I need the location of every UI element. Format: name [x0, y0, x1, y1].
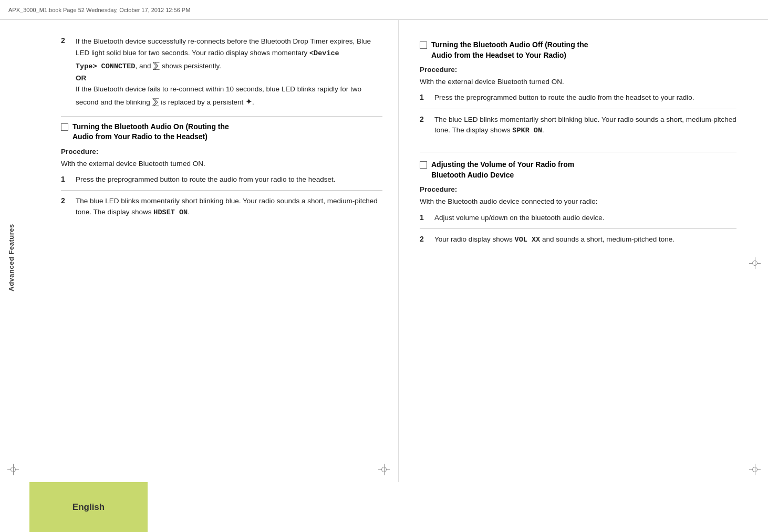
step-3-2: 2 Your radio display shows VOL XX and so… [420, 234, 736, 251]
top-item-2: 2 If the Bluetooth device successfully r… [61, 36, 382, 117]
procedure-intro-3: With the Bluetooth audio device connecte… [420, 196, 736, 207]
sidebar-label: Advanced Features [0, 200, 22, 315]
right-column: Turning the Bluetooth Audio Off (Routing… [399, 20, 768, 482]
section-heading-bt-audio-off: Turning the Bluetooth Audio Off (Routing… [420, 40, 736, 60]
crosshair-bottom-center [378, 464, 390, 475]
section-title-volume: Adjusting the Volume of Your Radio fromB… [431, 160, 574, 180]
item-text-2: If the Bluetooth device successfully re-… [76, 36, 382, 109]
step-1-1: 1 Press the preprogrammed button to rout… [61, 174, 382, 191]
step-number-1-1: 1 [61, 174, 76, 185]
procedure-label-1: Procedure: [61, 148, 382, 155]
step-number-3-2: 2 [420, 234, 434, 245]
section-icon-bt-audio-off [420, 41, 427, 49]
step-2-1: 1 Press the preprogrammed button to rout… [420, 92, 736, 109]
english-tab: English [29, 482, 148, 532]
step-number-2-1: 1 [420, 92, 434, 103]
section-volume: Adjusting the Volume of Your Radio fromB… [420, 160, 736, 251]
main-content: 2 If the Bluetooth device successfully r… [29, 20, 768, 482]
section-title-bt-audio-on: Turning the Bluetooth Audio On (Routing … [72, 122, 229, 142]
step-text-1-2: The blue LED blinks momentarily short bl… [76, 196, 382, 218]
step-text-3-2: Your radio display shows VOL XX and soun… [434, 234, 674, 245]
section-bt-audio-off: Turning the Bluetooth Audio Off (Routing… [420, 40, 736, 141]
section-icon-bt-audio-on [61, 123, 68, 131]
procedure-label-3: Procedure: [420, 185, 736, 193]
step-3-1: 1 Adjust volume up/down on the bluetooth… [420, 213, 736, 229]
section-title-bt-audio-off: Turning the Bluetooth Audio Off (Routing… [431, 40, 588, 60]
step-text-3-1: Adjust volume up/down on the bluetooth a… [434, 213, 604, 223]
procedure-intro-1: With the external device Bluetooth turne… [61, 159, 382, 169]
item-number-2: 2 [61, 36, 76, 109]
section-heading-bt-audio-on: Turning the Bluetooth Audio On (Routing … [61, 122, 382, 142]
section-icon-volume [420, 161, 427, 169]
section-bt-audio-on: Turning the Bluetooth Audio On (Routing … [61, 122, 382, 223]
header-text: APX_3000_M1.book Page 52 Wednesday, Octo… [8, 7, 190, 13]
crosshair-bot-left [7, 464, 19, 475]
step-text-1-1: Press the preprogrammed button to route … [76, 174, 336, 185]
section-divider [420, 152, 736, 152]
step-number-2-2: 2 [420, 114, 434, 137]
left-column: 2 If the Bluetooth device successfully r… [29, 20, 399, 482]
section-heading-volume: Adjusting the Volume of Your Radio fromB… [420, 160, 736, 180]
step-text-2-1: Press the preprogrammed button to route … [434, 92, 694, 103]
procedure-intro-2: With the external device Bluetooth turne… [420, 77, 736, 87]
step-number-3-1: 1 [420, 213, 434, 223]
header-bar: APX_3000_M1.book Page 52 Wednesday, Octo… [0, 0, 768, 20]
step-2-2: 2 The blue LED blinks momentarily short … [420, 114, 736, 142]
procedure-label-2: Procedure: [420, 66, 736, 74]
step-1-2: 2 The blue LED blinks momentarily short … [61, 196, 382, 223]
step-text-2-2: The blue LED blinks momentarily short bl… [434, 114, 736, 137]
step-number-1-2: 2 [61, 196, 76, 218]
